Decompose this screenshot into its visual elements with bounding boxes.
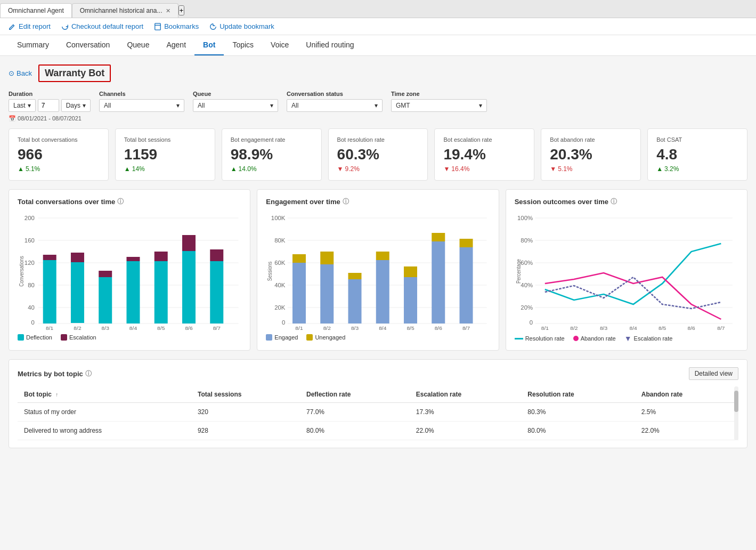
svg-text:8/6: 8/6 [435,326,442,330]
svg-text:160: 160 [25,238,35,244]
duration-unit-select[interactable]: Days ▾ [61,99,91,112]
svg-text:Percentage: Percentage [515,259,522,284]
deflection-label: Deflection [26,334,52,341]
channels-select[interactable]: All ▾ [99,99,184,112]
svg-rect-18 [71,253,84,262]
duration-filter: Duration Last ▾ Days ▾ [9,91,91,112]
kpi-value: 98.9% [231,146,313,163]
chart-legend: Engaged Unengaged [266,334,490,341]
svg-rect-24 [155,252,168,261]
timezone-label: Time zone [391,91,487,97]
session-outcomes-chart: Session outcomes over time ⓘ 100% 80% 60… [506,189,747,351]
svg-text:8/4: 8/4 [379,326,387,330]
kpi-value: 60.3% [337,146,419,163]
svg-rect-0 [155,23,161,29]
tab-summary[interactable]: Summary [9,35,58,55]
unengaged-color [306,334,313,341]
close-tab-icon[interactable]: ✕ [166,7,170,14]
tab-bot[interactable]: Bot [194,35,224,55]
svg-rect-20 [99,271,112,277]
svg-rect-62 [460,247,473,323]
svg-text:8/5: 8/5 [659,326,666,330]
resolution-rate-color [515,338,523,339]
tab-voice[interactable]: Voice [262,35,297,55]
kpi-bot-resolution-rate: Bot resolution rate 60.3% ▼9.2% [328,128,428,181]
page-title: Warranty Bot [38,64,111,82]
svg-rect-27 [210,261,223,323]
svg-text:8/7: 8/7 [462,326,470,330]
update-bookmark-button[interactable]: Update bookmark [209,22,274,30]
conv-status-select[interactable]: All ▾ [287,99,383,112]
svg-text:8/3: 8/3 [351,326,359,330]
back-button[interactable]: ⊙ Back [9,69,32,77]
tab-queue[interactable]: Queue [118,35,158,55]
tab-omnichannel-agent[interactable]: Omnichannel Agent [0,3,72,18]
kpi-change: ▼5.1% [550,165,632,173]
browser-tab-bar: Omnichannel Agent Omnichannel historical… [0,0,756,18]
channels-label: Channels [99,91,184,97]
svg-text:8/1: 8/1 [46,326,53,330]
scrollbar-thumb[interactable] [734,391,738,412]
tab-unified-routing[interactable]: Unified routing [297,35,362,55]
channels-filter: Channels All ▾ [99,91,184,112]
svg-rect-17 [71,262,84,323]
timezone-select[interactable]: GMT ▾ [391,99,487,112]
legend-resolution-rate: Resolution rate [515,335,565,342]
table-header-row: Metrics by bot topic ⓘ Detailed view [18,367,738,380]
duration-prefix-select[interactable]: Last ▾ [9,99,36,112]
tab-historical-ana[interactable]: Omnichannel historical ana... ✕ [72,3,178,18]
svg-rect-56 [376,260,389,323]
kpi-value: 4.8 [656,146,738,163]
kpi-total-bot-sessions: Total bot sessions 1159 ▲14% [115,128,215,181]
svg-text:8/1: 8/1 [541,326,548,330]
svg-rect-57 [376,252,389,260]
tab-agent[interactable]: Agent [158,35,194,55]
svg-text:8/2: 8/2 [570,326,578,330]
svg-rect-22 [126,257,140,261]
metrics-table-card: Metrics by bot topic ⓘ Detailed view Bot… [9,359,747,448]
edit-report-button[interactable]: Edit report [9,22,51,30]
col-bot-topic: Bot topic ↑ [18,386,191,403]
svg-text:8/4: 8/4 [129,326,137,330]
escalation-label: Escalation [69,334,96,341]
queue-filter: Queue All ▾ [193,91,278,112]
scrollbar-track[interactable] [734,386,738,440]
svg-text:80K: 80K [274,238,286,244]
nav-tabs: Summary Conversation Queue Agent Bot Top… [0,35,756,56]
chart-title: Total conversations over time ⓘ [18,197,241,206]
kpi-change: ▲14.0% [231,165,313,173]
kpi-title: Total bot sessions [124,136,206,143]
chart-area: 100% 80% 60% 40% 20% 0 [515,213,738,330]
conv-status-label: Conversation status [287,91,383,97]
back-label: Back [17,69,32,77]
svg-text:8/1: 8/1 [296,326,303,330]
info-icon: ⓘ [85,369,92,378]
cell-deflection-rate: 80.0% [300,422,410,440]
svg-text:Sessions: Sessions [267,262,273,281]
chart-area: 100K 80K 60K 40K 20K 0 Sessions [266,213,490,330]
queue-label: Queue [193,91,278,97]
table-title: Metrics by bot topic ⓘ [18,369,92,378]
svg-text:80: 80 [28,282,35,288]
kpi-change: ▼9.2% [337,165,419,173]
info-icon: ⓘ [117,197,124,206]
svg-text:200: 200 [25,215,35,221]
filters: Duration Last ▾ Days ▾ Channels All ▾ Q [9,91,747,112]
add-tab-button[interactable]: + [178,5,185,15]
sort-icon[interactable]: ↑ [55,392,58,398]
kpi-value: 1159 [124,146,206,163]
info-icon: ⓘ [611,197,617,206]
tab-topics[interactable]: Topics [224,35,262,55]
tab-conversation[interactable]: Conversation [58,35,119,55]
svg-text:0: 0 [282,320,285,326]
svg-text:80%: 80% [521,238,533,244]
bookmarks-button[interactable]: Bookmarks [154,22,199,30]
svg-rect-16 [43,255,56,260]
svg-text:8/5: 8/5 [407,326,414,330]
duration-value-input[interactable] [38,99,59,112]
chart-area: 200 160 120 80 40 0 Conversations [18,213,241,330]
checkout-default-button[interactable]: Checkout default report [61,22,143,30]
detailed-view-button[interactable]: Detailed view [689,367,738,380]
kpi-title: Bot CSAT [656,136,738,143]
queue-select[interactable]: All ▾ [193,99,278,112]
